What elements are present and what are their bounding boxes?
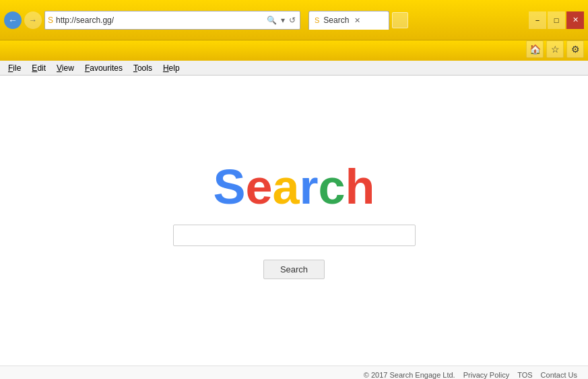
toolbar-row: 🏠 ☆ ⚙ [0,40,588,61]
search-addr-button[interactable]: 🔍 [265,16,278,25]
logo-letter-e: e [245,160,272,214]
logo-letter-c: c [319,160,346,214]
menu-tools[interactable]: Tools [128,62,158,74]
settings-button[interactable]: ⚙ [566,40,584,58]
search-input[interactable] [173,225,416,246]
address-bar: S 🔍 ▾ ↺ [44,11,300,30]
active-tab[interactable]: S Search ✕ [308,11,389,30]
menu-edit[interactable]: Edit [26,62,51,74]
menu-file[interactable]: File [3,62,26,74]
minimize-button[interactable]: − [529,11,546,29]
new-tab-button[interactable] [392,12,408,28]
title-bar: ← → S 🔍 ▾ ↺ S Search ✕ − □ ✕ [0,0,588,40]
footer-bar: © 2017 Search Engage Ltd. Privacy Policy… [0,366,588,379]
menu-help[interactable]: Help [158,62,185,74]
menu-view[interactable]: View [51,62,79,74]
footer-privacy[interactable]: Privacy Policy [463,371,509,379]
home-button[interactable]: 🏠 [526,40,544,58]
address-favicon: S [48,16,53,25]
back-button[interactable]: ← [4,11,22,29]
logo-letter-a: a [272,160,299,214]
footer-contact[interactable]: Contact Us [541,371,577,379]
footer-copyright: © 2017 Search Engage Ltd. [364,371,455,379]
address-input[interactable] [56,16,265,25]
menu-favourites[interactable]: Favourites [79,62,128,74]
dropdown-addr-button[interactable]: ▾ [280,16,286,25]
close-button[interactable]: ✕ [566,11,584,29]
tab-close-button[interactable]: ✕ [353,16,362,25]
forward-button[interactable]: → [24,11,42,29]
favorites-button[interactable]: ☆ [546,40,564,58]
logo-letter-s: S [213,160,245,214]
window-controls: − □ ✕ [529,11,584,29]
content-area: Search Search [0,76,588,366]
search-logo: Search [213,163,374,211]
address-icons: 🔍 ▾ ↺ [265,16,297,25]
footer-tos[interactable]: TOS [517,371,532,379]
tab-bar: S Search ✕ [308,9,408,31]
search-button[interactable]: Search [263,260,325,279]
refresh-button[interactable]: ↺ [288,16,297,25]
logo-letter-r: r [300,160,319,214]
menu-bar: File Edit View Favourites Tools Help [0,61,588,76]
tab-favicon: S [315,16,319,24]
tab-title: Search [323,16,349,25]
maximize-button[interactable]: □ [548,11,565,29]
logo-letter-h: h [346,160,375,214]
